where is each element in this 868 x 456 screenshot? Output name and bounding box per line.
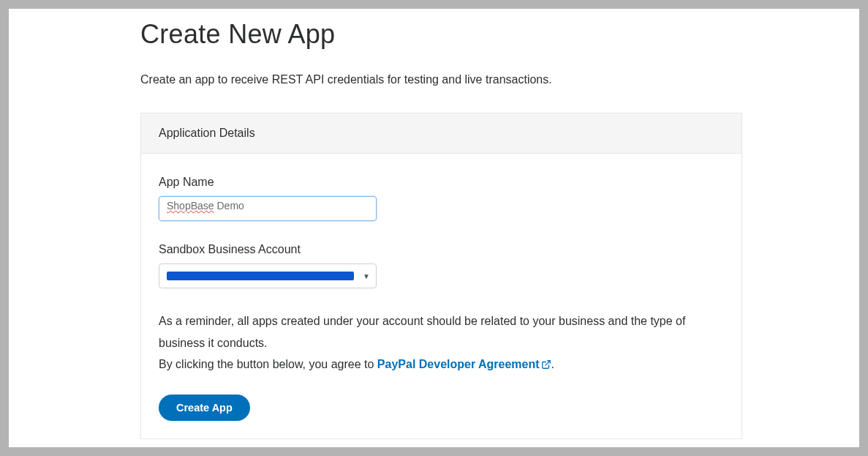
external-link-icon [541,355,551,377]
page-container: Create New App Create an app to receive … [9,9,859,447]
app-name-value-part2: Demo [214,200,244,212]
sandbox-account-select[interactable]: ▼ [159,263,377,288]
app-name-field: App Name ShopBase Demo [159,176,724,221]
agreement-link-text: PayPal Developer Agreement [377,358,540,370]
app-name-input[interactable]: ShopBase Demo [159,196,377,221]
app-name-label: App Name [159,176,724,189]
agreement-line: By clicking the button below, you agree … [159,354,724,377]
app-name-value-part1: ShopBase [167,200,214,212]
page-title: Create New App [140,19,742,50]
chevron-down-icon: ▼ [363,272,370,280]
svg-line-0 [545,361,549,365]
sandbox-account-value-redacted [167,272,354,280]
create-app-button[interactable]: Create App [159,395,250,421]
reminder-text: As a reminder, all apps created under yo… [159,310,724,354]
agree-suffix: . [551,358,554,370]
sandbox-account-field: Sandbox Business Account ▼ [159,243,724,288]
card-header: Application Details [141,113,741,154]
card-body: App Name ShopBase Demo Sandbox Business … [141,154,741,438]
developer-agreement-link[interactable]: PayPal Developer Agreement [377,358,551,370]
application-details-card: Application Details App Name ShopBase De… [140,113,742,439]
sandbox-account-label: Sandbox Business Account [159,243,724,256]
page-subtitle: Create an app to receive REST API creden… [140,73,742,86]
agree-prefix: By clicking the button below, you agree … [159,358,377,370]
